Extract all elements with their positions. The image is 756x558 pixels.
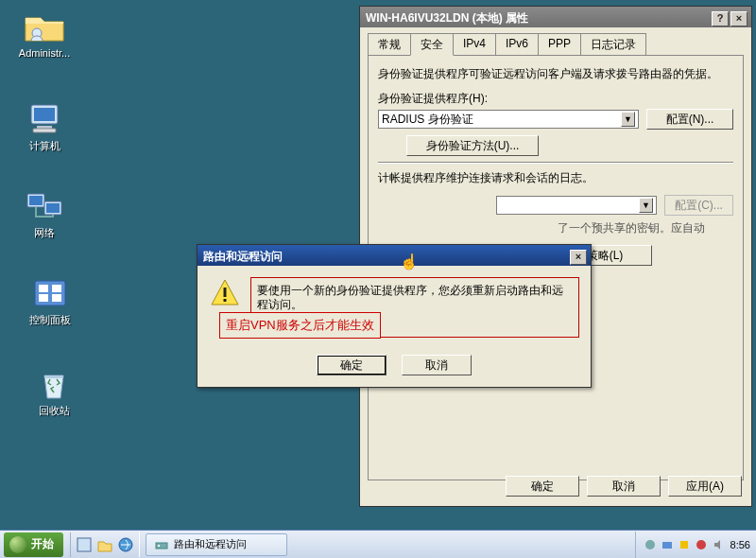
taskbar-clock[interactable]: 8:56 <box>730 539 750 550</box>
tray-icon[interactable] <box>661 538 674 551</box>
svg-rect-12 <box>39 294 48 302</box>
modal-close-button[interactable]: × <box>570 250 587 265</box>
taskbar-app-label: 路由和远程访问 <box>174 537 247 551</box>
close-button[interactable]: × <box>730 11 747 26</box>
psk-text: 了一个预共享的密钥。应自动 <box>558 221 733 235</box>
modal-title-text: 路由和远程访问 <box>203 249 568 265</box>
desktop-icon-admin[interactable]: Administr... <box>11 8 77 59</box>
computer-icon <box>22 100 67 138</box>
svg-rect-9 <box>35 281 65 305</box>
svg-point-20 <box>645 540 655 549</box>
tab-row: 常规 安全 IPv4 IPv6 PPP 日志记录 <box>368 33 744 55</box>
tray-icon[interactable] <box>678 538 691 551</box>
volume-icon[interactable] <box>712 538 725 551</box>
svg-rect-10 <box>39 285 48 292</box>
svg-rect-18 <box>156 543 167 549</box>
tray-icon[interactable] <box>644 538 657 551</box>
start-label: 开始 <box>31 536 54 552</box>
svg-rect-16 <box>77 538 91 551</box>
rras-icon <box>154 537 169 552</box>
chevron-down-icon: ▼ <box>621 112 635 127</box>
svg-rect-13 <box>52 294 61 302</box>
desktop-icon-label: Administr... <box>11 47 77 59</box>
system-tray: 8:56 <box>635 532 756 558</box>
desktop-icon-label: 计算机 <box>11 140 77 151</box>
help-button[interactable]: ? <box>712 11 729 26</box>
quick-launch <box>70 532 140 557</box>
auth-provider-label: 身份验证提供程序(H): <box>378 91 733 107</box>
desktop-icon-recycle-bin[interactable]: 回收站 <box>21 365 87 416</box>
chevron-down-icon: ▼ <box>639 198 653 213</box>
svg-rect-15 <box>224 299 227 302</box>
prop-cancel-button[interactable]: 取消 <box>587 476 661 497</box>
auth-method-button[interactable]: 身份验证方法(U)... <box>406 135 539 156</box>
desktop-icon-computer[interactable]: 计算机 <box>11 100 77 151</box>
tab-ipv4[interactable]: IPv4 <box>453 33 496 55</box>
desktop-icon-network[interactable]: 网络 <box>11 187 77 238</box>
tab-ipv6[interactable]: IPv6 <box>495 33 539 55</box>
prop-apply-button[interactable]: 应用(A) <box>668 476 742 497</box>
desktop-icon-label: 回收站 <box>21 405 87 416</box>
svg-rect-8 <box>46 203 60 213</box>
svg-point-23 <box>696 540 706 549</box>
network-icon <box>22 187 67 225</box>
tab-security[interactable]: 安全 <box>410 33 454 56</box>
tab-ppp[interactable]: PPP <box>538 33 581 55</box>
recycle-bin-icon <box>31 365 77 403</box>
taskbar-app-rras[interactable]: 路由和远程访问 <box>146 533 287 556</box>
configure-n-button[interactable]: 配置(N)... <box>646 109 733 130</box>
tab-logging[interactable]: 日志记录 <box>580 33 646 55</box>
modal-titlebar[interactable]: 路由和远程访问 × <box>198 245 591 266</box>
windows-orb-icon <box>9 536 26 553</box>
warning-icon <box>209 277 241 309</box>
prop-ok-button[interactable]: 确定 <box>506 476 579 497</box>
svg-rect-21 <box>662 542 672 549</box>
desktop-icon-control-panel[interactable]: 控制面板 <box>17 274 83 325</box>
svg-rect-2 <box>34 108 55 121</box>
annotation-box: 重启VPN服务之后才能生效 <box>219 312 381 339</box>
properties-title-text: WIN-HA6IVU32LDN (本地) 属性 <box>366 10 710 26</box>
tray-icon[interactable] <box>695 538 708 551</box>
accounting-dropdown[interactable]: ▼ <box>496 196 657 215</box>
desktop-icon-label: 网络 <box>11 227 77 238</box>
ie-icon[interactable] <box>117 536 134 553</box>
show-desktop-icon[interactable] <box>76 536 93 553</box>
accounting-intro: 计帐提供程序维护连接请求和会话的日志。 <box>378 171 733 185</box>
desktop-icon-label: 控制面板 <box>17 314 83 325</box>
taskbar: 开始 路由和远程访问 8:56 <box>0 530 756 558</box>
modal-ok-button[interactable]: 确定 <box>317 355 387 375</box>
svg-rect-14 <box>224 288 227 297</box>
folder-user-icon <box>22 8 67 45</box>
auth-provider-value: RADIUS 身份验证 <box>382 112 473 128</box>
auth-provider-dropdown[interactable]: RADIUS 身份验证 ▼ <box>378 110 639 129</box>
tab-general[interactable]: 常规 <box>368 33 411 55</box>
svg-rect-11 <box>52 285 61 292</box>
configure-c-button: 配置(C)... <box>664 195 733 216</box>
svg-rect-22 <box>680 541 688 549</box>
intro-text: 身份验证提供程序可验证远程访问客户端及请求拨号路由器的凭据。 <box>378 67 733 81</box>
svg-rect-19 <box>158 545 160 547</box>
properties-titlebar[interactable]: WIN-HA6IVU32LDN (本地) 属性 ? × <box>360 7 751 27</box>
control-panel-icon <box>27 274 73 312</box>
svg-rect-4 <box>33 129 56 132</box>
modal-message: 要使用一个新的身份验证提供程序，您必须重新启动路由和远程访问。 <box>257 284 573 312</box>
svg-rect-6 <box>29 196 43 205</box>
modal-cancel-button[interactable]: 取消 <box>402 355 472 375</box>
explorer-icon[interactable] <box>96 536 113 553</box>
start-button[interactable]: 开始 <box>4 532 63 557</box>
